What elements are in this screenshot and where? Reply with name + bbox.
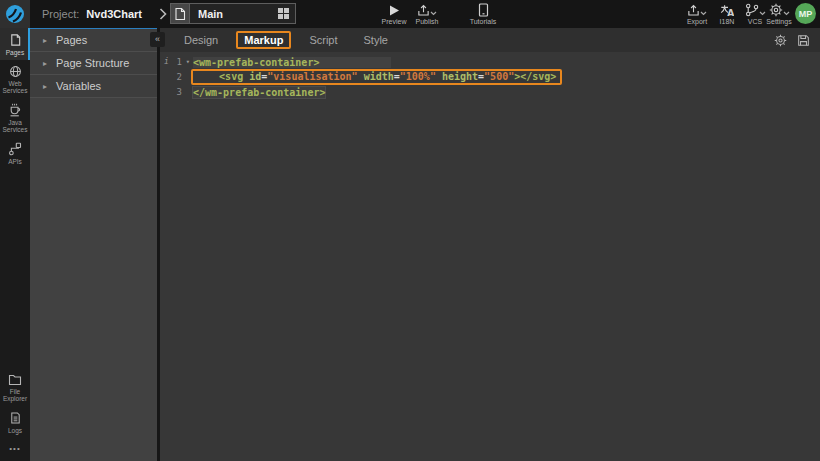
code-line-1: i1▾<wm-prefab-container> <box>160 56 820 68</box>
code-text: <svg id="visualisation" width="100%" hei… <box>195 71 556 82</box>
publish-label: Publish <box>416 18 439 25</box>
line-number: 2 <box>177 72 182 82</box>
sidebar-section-variables[interactable]: ▸ Variables <box>30 75 157 98</box>
gear-icon <box>774 34 787 47</box>
tab-script[interactable]: Script <box>309 34 337 46</box>
rail-label: APIs <box>8 158 22 165</box>
rail-label: Pages <box>6 49 24 56</box>
tab-design[interactable]: Design <box>184 34 218 46</box>
settings-button[interactable]: Settings <box>761 3 797 25</box>
rail-more-button[interactable]: ••• <box>0 438 30 461</box>
gutter: 2 <box>160 72 182 82</box>
editor-tabbar: Design Markup Script Style <box>160 28 820 52</box>
markup-settings-button[interactable] <box>774 34 787 47</box>
tutorials-label: Tutorials <box>470 18 497 25</box>
save-icon <box>797 34 810 47</box>
pages-icon <box>9 33 22 47</box>
file-explorer-icon <box>8 374 22 386</box>
user-avatar[interactable]: MP <box>795 3 816 24</box>
wavemaker-logo[interactable] <box>0 0 30 28</box>
web-services-icon <box>9 65 22 78</box>
project-title: Project: Nvd3Chart <box>42 0 142 28</box>
project-label: Project: <box>42 8 79 20</box>
annotation-highlight: <svg id="visualisation" width="100%" hei… <box>191 69 562 85</box>
page-tab-label: Main <box>198 8 223 20</box>
grid-icon[interactable] <box>277 7 290 20</box>
section-label: Variables <box>56 80 101 92</box>
sidebar-section-pages[interactable]: ▸ Pages <box>30 29 157 52</box>
code-text: <wm-prefab-container> <box>193 57 391 68</box>
gear-icon <box>769 3 790 17</box>
caret-down-icon <box>430 11 437 16</box>
rail-label: Logs <box>8 427 22 434</box>
topbar: Project: Nvd3Chart Main Preview <box>0 0 820 28</box>
sidebar-section-page-structure[interactable]: ▸ Page Structure <box>30 52 157 75</box>
code-editor[interactable]: i1▾<wm-prefab-container>2 <svg id="visua… <box>160 52 820 461</box>
collapse-sidebar-button[interactable]: « <box>150 32 165 47</box>
code-line-2: 2 <svg id="visualisation" width="100%" h… <box>160 69 820 85</box>
save-button[interactable] <box>797 34 810 47</box>
wavemaker-studio: Project: Nvd3Chart Main Preview <box>0 0 820 461</box>
expand-arrow-icon: ▸ <box>43 82 47 91</box>
logs-icon <box>9 411 22 425</box>
rail-item-apis[interactable]: APIs <box>0 137 30 169</box>
page-icon <box>171 4 190 23</box>
editor-area: « Design Markup Script Style <box>160 28 820 461</box>
export-button[interactable]: Export <box>680 3 714 25</box>
sidebar-panel: ▸ Pages ▸ Page Structure ▸ Variables <box>30 28 157 461</box>
left-rail: Pages Web Services Java Services APIs Fi… <box>0 28 30 461</box>
export-icon <box>687 3 707 17</box>
tab-style[interactable]: Style <box>364 34 388 46</box>
caret-down-icon <box>783 11 790 16</box>
preview-label: Preview <box>382 18 407 25</box>
line-number: 1 <box>177 57 182 67</box>
upload-icon <box>417 3 437 17</box>
i18n-button[interactable]: A I18N <box>713 3 741 25</box>
settings-label: Settings <box>766 18 791 25</box>
apis-icon <box>8 142 22 156</box>
caret-down-icon <box>700 11 707 16</box>
java-services-icon <box>8 103 22 117</box>
rail-item-web-services[interactable]: Web Services <box>0 60 30 98</box>
rail-item-java-services[interactable]: Java Services <box>0 98 30 137</box>
expand-arrow-icon: ▸ <box>43 36 47 45</box>
rail-item-file-explorer[interactable]: File Explorer <box>0 369 30 406</box>
gutter: i1▾ <box>160 57 182 67</box>
play-icon <box>388 3 400 17</box>
i18n-label: I18N <box>720 18 735 25</box>
fold-icon[interactable]: ▾ <box>186 58 190 66</box>
preview-button[interactable]: Preview <box>376 3 412 25</box>
rail-label: File Explorer <box>0 388 30 402</box>
code-line-3: 3</wm-prefab-container> <box>160 86 820 98</box>
publish-button[interactable]: Publish <box>408 3 446 25</box>
tab-markup[interactable]: Markup <box>236 31 291 49</box>
section-label: Page Structure <box>56 57 129 69</box>
page-tab-main[interactable]: Main <box>170 3 296 24</box>
code-text: </wm-prefab-container> <box>193 87 325 98</box>
section-label: Pages <box>56 34 87 46</box>
expand-arrow-icon: ▸ <box>43 59 47 68</box>
line-number: 3 <box>177 87 182 97</box>
info-icon: i <box>164 57 169 66</box>
chevron-right-icon <box>159 8 167 20</box>
translate-icon: A <box>720 3 734 17</box>
rail-label: Web Services <box>0 80 30 94</box>
wavemaker-logo-icon <box>5 4 25 24</box>
tutorials-button[interactable]: Tutorials <box>462 3 504 25</box>
svg-text:A: A <box>727 8 734 17</box>
project-name: Nvd3Chart <box>86 8 142 20</box>
rail-item-pages[interactable]: Pages <box>0 28 30 60</box>
export-label: Export <box>687 18 707 25</box>
tutorials-icon <box>477 3 490 17</box>
rail-item-logs[interactable]: Logs <box>0 406 30 438</box>
rail-label: Java Services <box>0 119 30 133</box>
rail-spacer <box>0 169 30 369</box>
gutter: 3 <box>160 87 182 97</box>
